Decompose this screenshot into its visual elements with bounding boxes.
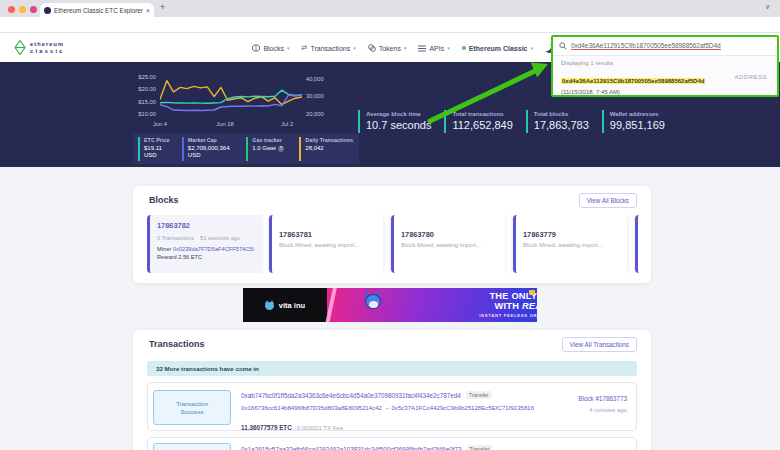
cube-icon (252, 44, 260, 52)
new-tab-button[interactable]: + (160, 2, 165, 12)
left-axis-tick: $15.00 (128, 99, 156, 105)
block-card[interactable]: 17863782 0 Transactions 51 seconds ago M… (147, 215, 261, 273)
stat-wallet-addresses: Wallet addresses 99,851,169 (602, 110, 665, 133)
search-query-text: 0xd4e36Ae112915C9b18700505ee58988562af5D… (571, 42, 721, 50)
ad-brand-panel: vita inu (243, 288, 327, 322)
chevron-down-icon: ▾ (404, 45, 407, 51)
tx-fee: 0.000021 TX Fee (297, 425, 343, 431)
window-minimize-button[interactable] (19, 6, 26, 13)
nav-item-apis[interactable]: APIs ▾ (418, 45, 449, 52)
left-axis-tick: $25.00 (128, 74, 156, 80)
right-axis-tick: 40,000 (306, 76, 334, 82)
ad-stripe-decoration (325, 288, 338, 322)
window-zoom-button[interactable] (30, 6, 37, 13)
block-card-partial (635, 215, 639, 273)
stat-average-block-time: Average block time 10.7 seconds (358, 110, 431, 133)
block-status: Block Mined, awaiting import... (279, 242, 376, 248)
search-icon (559, 42, 567, 50)
network-stats-row: Average block time 10.7 seconds Total tr… (358, 110, 665, 133)
ad-banner[interactable]: vita inu THE ONLY MEMECOIN WITH REAL UTI… (243, 288, 537, 322)
ad-tagline: INSTANT FEELESS GREEN SMART CONTRACTS (467, 313, 537, 318)
tx-from-address-link[interactable]: 0x166736cc614b8496fb87D35d803a8E8095214c… (241, 404, 382, 411)
transactions-title: Transactions (149, 339, 205, 349)
new-transactions-notice[interactable]: 32 More transactions have come in (147, 361, 637, 376)
arrow-right-icon: → (384, 404, 390, 411)
block-number: 17863779 (523, 230, 620, 239)
tx-block-link[interactable]: Block #17863773 (578, 395, 627, 402)
stat-daily-transactions: Daily Transactions 28,042 (299, 137, 354, 161)
right-axis-tick: 20,000 (306, 111, 334, 117)
list-icon (418, 45, 426, 52)
ad-headline-line1: THE ONLY MEMECOIN (467, 291, 537, 301)
main-navigation: Blocks ▾ ⇄ Transactions ▾ Tokens ▾ APIs … (252, 41, 554, 55)
search-input[interactable]: 0xd4e36Ae112915C9b18700505ee58988562af5D… (553, 37, 777, 56)
tx-amount: 11.36077579 ETC (241, 424, 292, 431)
transactions-section: Transactions View All Transactions 32 Mo… (133, 330, 651, 450)
swap-arrows-icon: ⇄ (302, 44, 308, 52)
block-reward: Reward 2.56 ETC (157, 254, 254, 260)
ad-content-panel: THE ONLY MEMECOIN WITH REAL UTILITY INST… (327, 288, 537, 322)
dog-mascot-illustration (363, 292, 385, 318)
tab-search-chevron-icon[interactable]: ∨ (765, 3, 770, 11)
block-card[interactable]: 17863780 Block Mined, awaiting import... (391, 215, 505, 273)
result-address-highlighted[interactable]: 0xd4e36Ae112915C9b18700505ee58988562af5D… (561, 78, 705, 84)
stat-gas-tracker: Gas tracker 1.0 Gwei? (246, 137, 293, 161)
stat-etc-price: ETC Price $19.11 USD (138, 137, 176, 161)
screenshot-frame: Ethereum Classic ETC Explorer × + ∨ ← → … (0, 0, 780, 450)
blocks-section: Blocks View All Blocks 17863782 0 Transa… (133, 186, 651, 283)
info-icon[interactable]: ? (278, 146, 284, 152)
block-number: 17863780 (401, 230, 498, 239)
chevron-down-icon: ▾ (353, 45, 356, 51)
right-axis-tick: 30,000 (306, 93, 334, 99)
block-number-link[interactable]: 17863782 (157, 221, 254, 230)
nav-item-tokens[interactable]: Tokens ▾ (368, 44, 407, 52)
search-results-count: Displaying 1 results (561, 60, 777, 66)
tx-type-tag: Transfer (466, 391, 492, 399)
chevron-down-icon: ▾ (530, 45, 533, 51)
transaction-status-badge: Transaction Success (153, 390, 231, 425)
ad-choices-icon[interactable] (529, 290, 535, 295)
site-favicon (44, 7, 51, 14)
etc-diamond-icon (14, 40, 26, 55)
miner-address-link[interactable]: 0x0239da7F7D5aF4CFF574C507bb... (173, 246, 254, 252)
network-status-dot (462, 46, 466, 50)
ethereum-classic-logo[interactable]: ethereum classic (14, 40, 65, 55)
block-status: Block Mined, awaiting import... (523, 242, 620, 248)
tx-age: 4 minutes ago (578, 407, 627, 413)
search-result-item[interactable]: 0xd4e36Ae112915C9b18700505ee58988562af5D… (561, 69, 769, 95)
x-axis-tick: Jun 18 (211, 121, 239, 127)
ad-headline-line2: WITH REAL UTILITY (467, 301, 537, 311)
block-cards-row: 17863782 0 Transactions 51 seconds ago M… (147, 215, 639, 273)
tx-type-tag: Transfer (467, 445, 493, 450)
vita-inu-logo-icon (265, 301, 275, 310)
browser-url-bar: ← → ↻ ⌂ blockscout.com/etc/mainnet/ ☆ ⋮ (0, 17, 780, 33)
browser-tab[interactable]: Ethereum Classic ETC Explorer × (40, 3, 154, 17)
tab-close-icon[interactable]: × (146, 7, 150, 14)
block-card[interactable]: 17863779 Block Mined, awaiting import... (513, 215, 627, 273)
tx-hash-link[interactable]: 0xab747bc0f1ff5da2a34363c6e4e6cbc4d54a0e… (241, 392, 461, 399)
nav-item-blocks[interactable]: Blocks ▾ (252, 44, 289, 52)
chevron-down-icon: ▾ (287, 45, 290, 51)
network-selector[interactable]: Ethereum Classic ▾ (462, 45, 533, 52)
chevron-down-icon: ▾ (447, 45, 450, 51)
view-all-blocks-button[interactable]: View All Blocks (579, 193, 637, 208)
view-all-transactions-button[interactable]: View All Transactions (562, 337, 637, 352)
x-axis-tick: Jun 4 (146, 121, 174, 127)
block-number: 17863781 (279, 230, 376, 239)
tx-to-address-link[interactable]: 0x5c37A1FCc4429cC9b9b25128Ec5EfC71f91358… (391, 404, 534, 411)
nav-item-transactions[interactable]: ⇄ Transactions ▾ (302, 44, 356, 52)
block-age: 51 seconds ago (200, 235, 240, 241)
stat-market-cap: Market Cap $2,709,000,364 USD (182, 137, 240, 161)
coins-icon (368, 44, 376, 52)
logo-word-ethereum: ethereum (30, 41, 65, 48)
search-results-popover: 0xd4e36Ae112915C9b18700505ee58988562af5D… (551, 35, 779, 97)
block-tx-count: 0 Transactions (157, 235, 194, 241)
x-axis-tick: Jul 2 (273, 121, 301, 127)
window-close-button[interactable] (8, 6, 15, 13)
tx-hash-link[interactable]: 0x1e2915c57aa32efb66ca4292492a103831dc34… (241, 446, 462, 450)
transaction-row: Transaction Success 0x1e2915c57aa32efb66… (147, 437, 637, 450)
left-axis-tick: $20.00 (128, 86, 156, 92)
stat-total-transactions: Total transactions 112,652,849 (444, 110, 512, 133)
market-history-chart (160, 73, 302, 117)
block-card[interactable]: 17863781 Block Mined, awaiting import... (269, 215, 383, 273)
